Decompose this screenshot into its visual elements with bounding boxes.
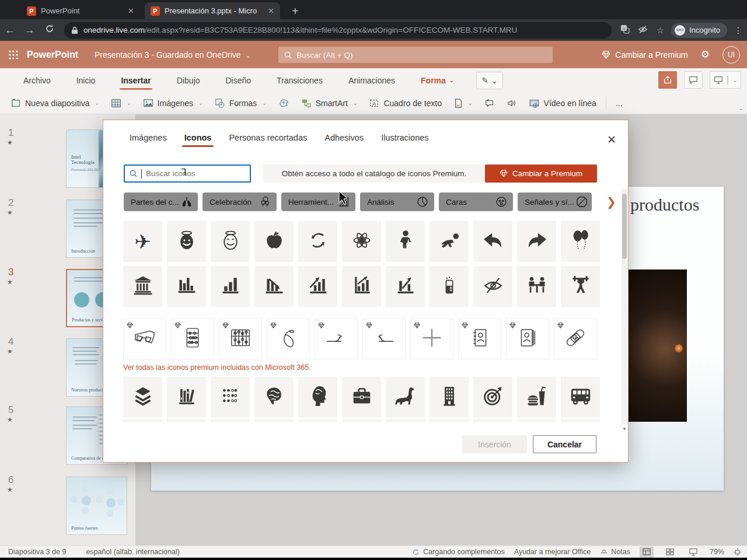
textbox-button[interactable]: A Cuadro de texto (364, 94, 446, 112)
dialog-tab-adhesivos[interactable]: Adhesivos (324, 133, 364, 150)
category-chip-celebración[interactable]: Celebración (203, 192, 277, 211)
reload-button[interactable] (40, 24, 60, 36)
dialog-tab-iconos[interactable]: Iconos (184, 133, 212, 150)
scroll-down-arrow-icon[interactable]: ▼ (622, 426, 627, 432)
icon-tile-books-stack[interactable] (123, 377, 162, 418)
categories-next-chevron-icon[interactable]: ❯ (606, 195, 616, 209)
more-commands-button[interactable]: ... (611, 94, 627, 112)
insert-button[interactable]: Inserción (462, 435, 527, 453)
icon-tile-atom[interactable] (342, 221, 381, 262)
icon-tile-address-book[interactable] (458, 318, 501, 359)
category-chip-análisis[interactable]: Análisis (360, 192, 434, 211)
new-comment-button[interactable] (480, 94, 500, 112)
icon-tile-arrow-branch-right[interactable] (315, 318, 358, 359)
icon-tile-angel-face-outline[interactable] (211, 221, 250, 262)
notes-toggle[interactable]: Notas (600, 548, 630, 556)
icons-button[interactable] (274, 94, 294, 112)
icon-tile-3d-glasses[interactable] (123, 318, 166, 359)
collapse-ribbon-chevron-icon[interactable]: ⌄ (739, 105, 743, 111)
slide-thumbnail-6[interactable]: Puntos fuertes (66, 477, 127, 535)
icon-tile-apple[interactable] (254, 221, 294, 262)
tab-close-icon[interactable]: ✕ (268, 6, 274, 15)
ribbon-tab-forma[interactable]: Forma⌄ (413, 68, 462, 92)
icon-tile-chart-growth[interactable] (342, 266, 381, 307)
smartart-button[interactable]: SmartArt⌄ (296, 94, 362, 112)
table-button[interactable]: ⌄ (106, 94, 136, 112)
dialog-tab-imágenes[interactable]: Imágenes (130, 133, 167, 150)
ribbon-tab-diseño[interactable]: Diseño (217, 68, 259, 92)
new-tab-button[interactable]: + (292, 5, 299, 18)
icon-tile-baby[interactable] (386, 221, 425, 262)
images-button[interactable]: Imágenes⌄ (138, 94, 208, 112)
draw-tool-dropdown[interactable]: ✎⌄ (476, 72, 503, 89)
online-video-button[interactable]: Vídeo en línea (524, 94, 601, 112)
icon-tile-balloons[interactable] (561, 221, 600, 262)
icon-tile-abacus[interactable] (171, 318, 214, 359)
ribbon-tab-inicio[interactable]: Inicio (68, 68, 104, 92)
icon-tile-briefcase[interactable] (342, 377, 381, 418)
app-launcher-waffle-icon[interactable] (0, 50, 27, 60)
icon-tile-bookshelf[interactable] (167, 377, 206, 418)
icon-tile-meeting[interactable] (517, 266, 556, 307)
icon-tile-airplane[interactable]: ✈ (123, 221, 162, 262)
improve-office-link[interactable]: Ayudar a mejorar Office (514, 548, 591, 556)
dialog-scrollbar[interactable]: ▼ (622, 189, 627, 425)
icon-tile-bar-chart[interactable] (167, 266, 206, 307)
icon-tile-head-with-brain[interactable] (298, 377, 337, 418)
icon-tile-chart-arrow-diagonal[interactable] (386, 266, 425, 307)
header-premium-button[interactable]: Cambiar a Premium (602, 50, 687, 60)
ribbon-tab-insertar[interactable]: Insertar (113, 68, 159, 92)
see-premium-icons-link[interactable]: Ver todas las iconos premium incluidas c… (123, 363, 311, 372)
document-title[interactable]: Presentación 3 - Guardado en OneDrive⌄ (95, 50, 251, 60)
icon-tile-hidden-eye[interactable] (473, 266, 512, 307)
avatar[interactable]: UI (722, 46, 740, 64)
icon-tile-bandage[interactable] (554, 318, 597, 359)
fit-to-window-icon[interactable] (734, 548, 741, 556)
bookmark-star-icon[interactable]: ☆ (651, 26, 669, 35)
icon-tile-bullseye[interactable] (473, 377, 512, 418)
icon-tile-address-book-alt[interactable] (506, 318, 549, 359)
settings-gear-icon[interactable]: ⚙ (701, 48, 710, 61)
icon-tile-arrow-back[interactable] (473, 221, 512, 262)
icon-tile-brain[interactable] (254, 377, 294, 418)
share-button[interactable] (658, 71, 677, 89)
dialog-tab-ilustraciones[interactable]: Ilustraciones (381, 133, 428, 150)
url-field[interactable]: onedrive.live.com/edit.aspx?resid=B3C753… (64, 22, 612, 38)
ribbon-tab-dibujo[interactable]: Dibujo (169, 68, 208, 92)
app-name[interactable]: PowerPoint (27, 50, 78, 60)
browser-tab-presentation[interactable]: P Presentación 3.pptx - Micro ✕ (145, 2, 280, 19)
icon-tile-angel-face-filled[interactable] (167, 221, 206, 262)
icon-tile-bar-chart-ascending[interactable] (211, 266, 250, 307)
present-button[interactable]: |⌄ (710, 71, 741, 89)
new-slide-button[interactable]: Nueva diapositiva⌄ (6, 94, 104, 112)
icon-tile-bar-chart-arrow-up[interactable] (298, 266, 337, 307)
comments-button[interactable] (684, 71, 703, 89)
back-button[interactable]: ← (0, 24, 20, 36)
dialog-premium-button[interactable]: Cambiar a Premium (485, 164, 597, 183)
cancel-button[interactable]: Cancelar (533, 435, 596, 453)
zoom-level[interactable]: 79% (710, 548, 724, 556)
icon-tile-baby-crawling[interactable] (430, 221, 469, 262)
slide-sorter-view-button[interactable] (663, 547, 677, 558)
category-chip-señales-y-sí[interactable]: Señales y sí... (518, 192, 592, 211)
icon-tile-bank-building[interactable] (123, 266, 162, 307)
browser-tab-powerpoint[interactable]: P PowerPoint ✕ (21, 2, 140, 19)
icon-tile-plus[interactable] (410, 318, 453, 359)
icon-tile-bus[interactable] (561, 377, 600, 418)
forward-button[interactable]: → (20, 24, 40, 36)
category-chip-partes-del-c[interactable]: Partes del c... (124, 192, 198, 211)
ribbon-tab-transiciones[interactable]: Transiciones (268, 68, 331, 92)
header-footer-button[interactable]: ⌄ (449, 94, 477, 112)
eye-off-icon[interactable] (634, 24, 651, 36)
slideshow-view-button[interactable] (686, 547, 700, 558)
shapes-button[interactable]: Formas⌄ (210, 94, 271, 112)
browser-menu-icon[interactable]: ⋮ (729, 26, 747, 35)
icon-tile-bar-chart-arrow-down[interactable] (254, 266, 294, 307)
header-search-input[interactable]: Buscar (Alt + Q) (278, 47, 553, 63)
translate-icon[interactable]: a (616, 24, 634, 36)
icon-tile-arrow-forward[interactable] (517, 221, 556, 262)
dialog-close-icon[interactable]: ✕ (607, 134, 616, 145)
ribbon-tab-animaciones[interactable]: Animaciones (340, 68, 403, 92)
scrollbar-thumb[interactable] (622, 194, 627, 259)
icon-tile-dinosaur[interactable] (386, 377, 425, 418)
